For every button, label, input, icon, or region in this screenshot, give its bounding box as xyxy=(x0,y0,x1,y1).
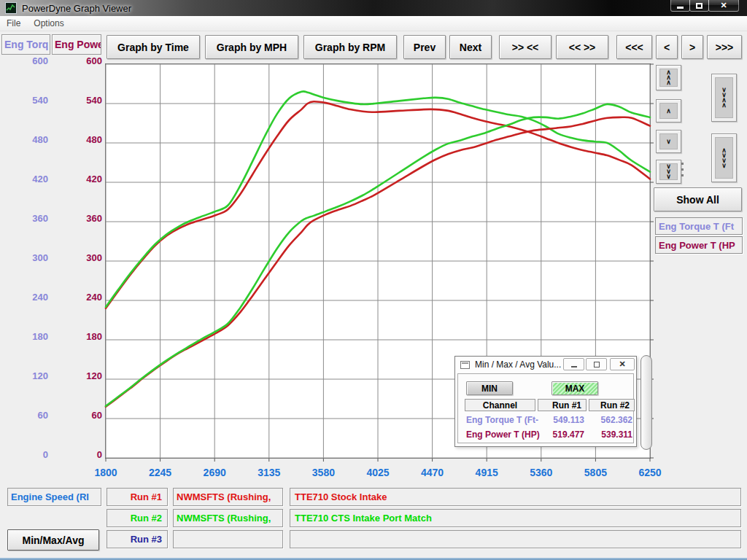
run-desc-box-3[interactable] xyxy=(290,530,741,548)
y-axis-label-torque-420: 420 xyxy=(0,174,48,184)
toolbar-button-first[interactable]: <<< xyxy=(616,35,652,59)
zoom-out-vertical-button[interactable]: ∧∨∨∨ xyxy=(711,133,737,182)
toolbar-button-graph-by-time[interactable]: Graph by Time xyxy=(107,35,200,59)
y-axis-label-power-420: 420 xyxy=(51,174,102,184)
toolbar-button-zoom-in[interactable]: >> << xyxy=(499,35,551,59)
scroll-up-button[interactable]: ∧ xyxy=(656,99,681,122)
minmax-row-channel: Eng Power T (HP) xyxy=(466,429,540,440)
x-axis-label-5805: 5805 xyxy=(573,467,617,478)
minmax-col-header-run-1[interactable]: Run #1 xyxy=(538,399,587,411)
maximize-button[interactable] xyxy=(689,0,709,12)
max-button[interactable]: MAX xyxy=(551,381,598,395)
y-axis-label-torque-180: 180 xyxy=(0,331,48,342)
scroll-up-fast-button[interactable]: ∧∧∧ xyxy=(656,65,681,90)
close-icon: ✕ xyxy=(619,359,625,369)
run-desc-box-1[interactable]: TTE710 Stock Intake xyxy=(290,488,741,506)
x-axis-label-3135: 3135 xyxy=(247,467,291,478)
x-axis-label-2690: 2690 xyxy=(193,467,236,478)
toolbar-button-zoom-out[interactable]: << >> xyxy=(556,35,608,59)
y-axis-label-torque-600: 600 xyxy=(0,55,48,66)
channel-label-power[interactable]: Eng Power T (HP xyxy=(655,236,743,254)
run-file-box-1[interactable]: NWMSFTS (Rushing, xyxy=(173,488,283,506)
menu-item-options[interactable]: Options xyxy=(27,16,70,31)
zoom-out-vertical-button-icon: ∧∨∨∨ xyxy=(715,137,733,179)
y-axis-label-power-300: 300 xyxy=(51,252,102,263)
x-axis-label-4025: 4025 xyxy=(356,467,400,478)
x-axis-label-1800: 1800 xyxy=(84,467,128,478)
zoom-in-vertical-button-icon: ∨∨∧∧ xyxy=(715,77,733,118)
y-axis-label-power-480: 480 xyxy=(51,134,102,145)
toolbar-button-graph-by-mph[interactable]: Graph by MPH xyxy=(205,35,298,59)
minmax-window-title: Min / Max / Avg Valu... xyxy=(475,359,561,370)
run-label-box-1: Run #1 xyxy=(107,488,168,506)
y-axis-label-torque-480: 480 xyxy=(0,134,48,145)
min-button[interactable]: MIN xyxy=(466,381,513,395)
scroll-down-button-icon: ∨ xyxy=(659,133,678,149)
y-axis-label-torque-120: 120 xyxy=(0,370,48,381)
minmax-col-header-run-2[interactable]: Run #2 xyxy=(589,399,635,411)
channel-label-torque[interactable]: Eng Torque T (Ft xyxy=(655,217,743,235)
y-axis-label-power-600: 600 xyxy=(51,55,102,66)
menubar: FileOptions xyxy=(0,16,747,31)
toolbar-button-last[interactable]: >>> xyxy=(707,35,742,59)
toolbar-button-graph-by-rpm[interactable]: Graph by RPM xyxy=(303,35,397,59)
y-axis-label-torque-540: 540 xyxy=(0,95,48,106)
y-axis-label-torque-300: 300 xyxy=(0,252,48,263)
minmax-row-run2-value: 562.362 xyxy=(589,415,632,425)
minmax-window[interactable]: Min / Max / Avg Valu... ✕ MIN MAX Channe… xyxy=(454,356,637,447)
menu-item-file[interactable]: File xyxy=(0,16,27,31)
minimize-button[interactable] xyxy=(670,0,690,12)
x-channel-label: Engine Speed (RI xyxy=(7,488,101,506)
close-button[interactable]: ✕ xyxy=(708,0,739,12)
y-axis-label-torque-60: 60 xyxy=(0,410,48,421)
minmax-window-titlebar[interactable]: Min / Max / Avg Valu... xyxy=(455,357,636,373)
scroll-up-button-icon: ∧ xyxy=(659,103,678,119)
scroll-down-fast-button[interactable]: ∨∨∨ xyxy=(656,160,681,184)
plot-vertical-scrollbar[interactable] xyxy=(640,355,652,450)
scroll-down-button[interactable]: ∨ xyxy=(656,130,681,153)
y-axis-label-power-120: 120 xyxy=(51,370,102,381)
y-axis-label-torque-360: 360 xyxy=(0,213,48,224)
y-axis-label-torque-240: 240 xyxy=(0,292,48,303)
tab-eng-powe[interactable]: Eng Powe xyxy=(52,34,101,55)
y-axis-label-power-60: 60 xyxy=(51,410,102,421)
run-desc-box-2[interactable]: TTE710 CTS Intake Port Match xyxy=(290,509,741,527)
tab-eng-torq[interactable]: Eng Torq xyxy=(1,34,50,55)
y-axis-label-power-0: 0 xyxy=(51,449,102,460)
zoom-in-vertical-button[interactable]: ∨∨∧∧ xyxy=(711,74,737,122)
y-axis-label-power-180: 180 xyxy=(51,331,102,342)
run-file-box-3[interactable] xyxy=(173,530,283,548)
y-axis-label-power-540: 540 xyxy=(51,95,102,106)
x-axis-label-4915: 4915 xyxy=(465,467,508,478)
grip-dots xyxy=(681,163,684,182)
y-axis-label-torque-0: 0 xyxy=(0,449,48,460)
run-label-box-2: Run #2 xyxy=(107,509,168,527)
window-title: PowerDyne Graph Viewer xyxy=(22,3,131,14)
app-icon xyxy=(5,2,17,14)
minmax-col-header-channel[interactable]: Channel xyxy=(465,399,535,411)
minmax-maximize-button[interactable] xyxy=(586,358,607,370)
minimize-icon xyxy=(677,7,684,9)
toolbar-button-prev[interactable]: Prev xyxy=(403,35,446,59)
x-axis-label-6250: 6250 xyxy=(628,467,672,478)
minmax-close-button[interactable]: ✕ xyxy=(610,358,635,370)
run-file-box-2[interactable]: NWMSFTS (Rushing, xyxy=(173,509,283,527)
toolbar-button-next[interactable]: Next xyxy=(449,35,492,59)
maximize-icon xyxy=(696,3,703,9)
window-titlebar[interactable]: PowerDyne Graph Viewer ✕ xyxy=(0,0,747,16)
x-axis-label-5360: 5360 xyxy=(519,467,563,478)
show-all-button[interactable]: Show All xyxy=(654,187,742,211)
toolbar-button-next-step[interactable]: > xyxy=(681,35,703,59)
minmax-row-run1-value: 519.477 xyxy=(538,429,584,440)
toolbar-button-prev-step[interactable]: < xyxy=(656,35,678,59)
minmax-row-run2-value: 539.311 xyxy=(589,429,632,440)
y-axis-label-power-360: 360 xyxy=(51,213,102,224)
run-label-box-3: Run #3 xyxy=(107,530,168,548)
minmaxavg-button[interactable]: Min/Max/Avg xyxy=(7,529,99,551)
minmax-minimize-button[interactable] xyxy=(563,358,584,370)
y-axis-label-power-240: 240 xyxy=(51,292,102,303)
x-axis-label-2245: 2245 xyxy=(139,467,182,478)
minmax-window-icon xyxy=(460,361,470,369)
scroll-down-fast-button-icon: ∨∨∨ xyxy=(659,163,678,180)
x-axis-label-3580: 3580 xyxy=(301,467,345,478)
